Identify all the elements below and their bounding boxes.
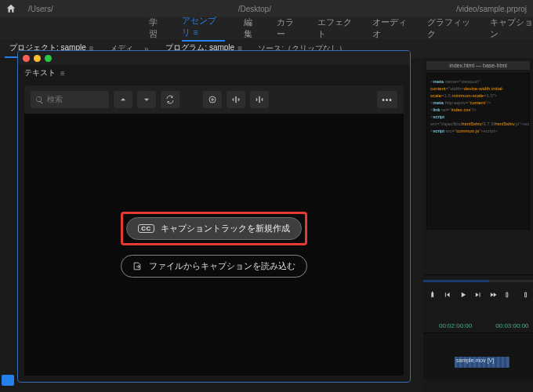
window-close-icon[interactable] — [23, 55, 30, 62]
text-panel-body: CC キャプショントラックを新規作成 ファイルからキャプションを読み込む — [24, 114, 404, 376]
workspace-tab[interactable]: キャプション — [490, 16, 533, 40]
clip-label: sample.mov [V] — [456, 358, 494, 363]
highlight-frame: CC キャプショントラックを新規作成 — [121, 212, 307, 245]
import-icon — [132, 261, 143, 271]
text-panel-tab[interactable]: テキスト — [24, 67, 56, 78]
replace-button[interactable] — [161, 91, 179, 108]
workspace-menu-icon[interactable]: ≡ — [190, 27, 198, 37]
play-icon[interactable] — [459, 290, 467, 299]
workspace-tab[interactable]: 編集 — [244, 16, 258, 40]
search-input[interactable]: 検索 — [31, 91, 109, 108]
text-panel-window: テキスト ≡ 検索 ••• CC キャプショントラックを新規作成 ファイルからキ… — [17, 50, 411, 383]
split-caption-button[interactable] — [227, 91, 245, 108]
button-label: キャプショントラックを新規作成 — [161, 223, 290, 234]
timeline-area: 00:02:00:00 00:03:00:00 sample.mov [V] — [423, 274, 533, 392]
text-panel-titlebar[interactable] — [18, 51, 410, 65]
titlebar-path-left: /Users/ — [28, 5, 53, 13]
text-panel-toolbar: 検索 ••• — [24, 85, 404, 114]
code-line: <script src="common.js">script> — [430, 128, 526, 135]
time-ruler[interactable]: 00:02:00:00 00:03:00:00 — [423, 318, 533, 332]
tool-indicator[interactable] — [2, 375, 14, 386]
code-line: <meta name="viewport" content="width=dev… — [430, 78, 526, 100]
code-panel: <meta name="viewport" content="width=dev… — [426, 73, 530, 230]
code-line: <script src="//ajax/libs/html5shiv/3.7.3… — [430, 114, 526, 128]
window-minimize-icon[interactable] — [34, 55, 41, 62]
workspace-tab[interactable]: グラフィック — [427, 16, 470, 40]
workspace-tab[interactable]: カラー — [277, 16, 299, 40]
video-clip[interactable]: sample.mov [V] — [455, 357, 509, 368]
mark-out-icon[interactable] — [520, 290, 528, 299]
add-marker-icon[interactable] — [428, 290, 437, 299]
nav-down-button[interactable] — [137, 91, 156, 108]
timecode-label: 00:02:00:00 — [439, 322, 472, 329]
home-icon[interactable] — [5, 3, 17, 14]
timeline-tracks[interactable]: sample.mov [V] — [423, 332, 533, 379]
code-line: <link rel="index.css"/> — [430, 107, 526, 114]
panel-menu-icon[interactable]: ≡ — [60, 69, 68, 78]
go-to-end-icon[interactable] — [489, 290, 498, 299]
nav-up-button[interactable] — [114, 91, 132, 108]
code-panel-title: index.html — base-html — [426, 61, 530, 70]
workspace-tab-bar: 学習アセンブリ ≡編集カラーエフェクトオーディオグラフィックキャプション — [0, 17, 533, 39]
create-caption-track-button[interactable]: CC キャプショントラックを新規作成 — [126, 217, 302, 240]
step-back-icon[interactable] — [443, 290, 451, 299]
mark-in-icon[interactable] — [504, 290, 513, 299]
code-line: <meta http-equiv="content"/> — [430, 100, 526, 107]
app-titlebar: /Users/ /Desktop/ /video/sample.prproj — [0, 0, 533, 17]
transport-controls — [423, 285, 533, 304]
add-caption-button[interactable] — [203, 91, 222, 108]
cc-icon: CC — [138, 224, 154, 233]
workspace-tab[interactable]: オーディオ — [372, 16, 408, 40]
workspace-tab[interactable]: 学習 — [149, 16, 163, 40]
text-panel-tab-row: テキスト ≡ — [18, 65, 410, 81]
step-forward-icon[interactable] — [473, 290, 482, 299]
scrub-bar[interactable] — [423, 274, 533, 285]
timecode-label: 00:03:00:00 — [495, 322, 528, 329]
workspace-tab[interactable]: アセンブリ ≡ — [182, 15, 224, 42]
workspace-tab[interactable]: エフェクト — [317, 16, 354, 40]
search-icon — [35, 96, 44, 104]
more-options-button[interactable]: ••• — [377, 91, 397, 108]
import-caption-file-button[interactable]: ファイルからキャプションを読み込む — [121, 255, 307, 278]
button-label: ファイルからキャプションを読み込む — [149, 260, 296, 272]
right-background: index.html — base-html <meta name="viewp… — [423, 58, 533, 392]
titlebar-path-right: /video/sample.prproj — [456, 5, 527, 13]
titlebar-path-mid: /Desktop/ — [238, 5, 271, 13]
window-zoom-icon[interactable] — [45, 55, 52, 62]
merge-caption-button[interactable] — [250, 91, 269, 108]
search-placeholder: 検索 — [47, 94, 63, 105]
